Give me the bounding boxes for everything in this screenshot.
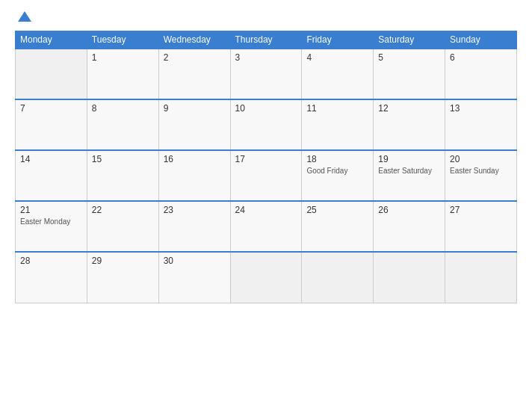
calendar-cell: 24 xyxy=(230,201,302,252)
calendar-cell: 2 xyxy=(158,49,230,99)
day-number: 29 xyxy=(92,256,154,266)
calendar-cell: 10 xyxy=(230,99,302,150)
day-number: 20 xyxy=(450,154,512,164)
day-number: 7 xyxy=(20,103,82,114)
calendar-cell: 12 xyxy=(374,99,445,150)
calendar-cell: 27 xyxy=(445,201,517,252)
calendar-cell: 28 xyxy=(16,252,87,303)
calendar-cell: 29 xyxy=(87,252,158,303)
calendar-cell xyxy=(445,252,517,303)
day-number: 8 xyxy=(92,103,154,114)
calendar-row-0: 123456 xyxy=(16,49,517,99)
day-number: 18 xyxy=(306,154,368,164)
weekday-header-saturday: Saturday xyxy=(374,31,445,49)
day-number: 14 xyxy=(20,154,82,164)
day-number: 19 xyxy=(378,154,440,164)
day-number: 26 xyxy=(378,205,440,215)
calendar-cell xyxy=(230,252,302,303)
calendar-cell: 17 xyxy=(230,150,302,201)
day-number: 4 xyxy=(306,52,368,63)
day-number: 1 xyxy=(92,52,154,63)
day-event: Good Friday xyxy=(306,166,368,176)
day-number: 23 xyxy=(164,205,226,215)
calendar-cell xyxy=(374,252,445,303)
calendar-table: MondayTuesdayWednesdayThursdayFridaySatu… xyxy=(15,31,517,303)
calendar-cell: 21Easter Monday xyxy=(16,201,87,252)
weekday-header-monday: Monday xyxy=(16,31,87,49)
weekday-header-wednesday: Wednesday xyxy=(158,31,230,49)
calendar-cell: 5 xyxy=(374,49,445,99)
calendar-cell xyxy=(16,49,87,99)
day-number: 13 xyxy=(450,103,512,114)
weekday-header-row: MondayTuesdayWednesdayThursdayFridaySatu… xyxy=(16,31,517,49)
calendar-cell: 6 xyxy=(445,49,517,99)
calendar-cell: 26 xyxy=(374,201,445,252)
calendar-cell: 15 xyxy=(87,150,158,201)
calendar-cell: 8 xyxy=(87,99,158,150)
day-number: 10 xyxy=(235,103,297,114)
calendar-cell: 3 xyxy=(230,49,302,99)
day-number: 21 xyxy=(20,205,82,215)
calendar-cell: 1 xyxy=(87,49,158,99)
day-event: Easter Monday xyxy=(20,217,82,226)
calendar-cell: 7 xyxy=(16,99,87,150)
weekday-header-friday: Friday xyxy=(302,31,374,49)
calendar-cell: 9 xyxy=(158,99,230,150)
calendar-cell: 4 xyxy=(302,49,374,99)
day-number: 22 xyxy=(92,205,154,215)
weekday-header-thursday: Thursday xyxy=(230,31,302,49)
calendar-row-4: 282930 xyxy=(16,252,517,303)
day-event: Easter Sunday xyxy=(450,166,512,176)
day-number: 30 xyxy=(164,256,226,266)
calendar-row-3: 21Easter Monday222324252627 xyxy=(16,201,517,252)
calendar-cell: 11 xyxy=(302,99,374,150)
calendar-cell: 19Easter Saturday xyxy=(374,150,445,201)
day-number: 12 xyxy=(378,103,440,114)
day-number: 27 xyxy=(450,205,512,215)
page: MondayTuesdayWednesdayThursdayFridaySatu… xyxy=(0,0,532,411)
day-number: 24 xyxy=(235,205,297,215)
weekday-header-tuesday: Tuesday xyxy=(87,31,158,49)
day-number: 6 xyxy=(450,52,512,63)
day-number: 3 xyxy=(235,52,297,63)
day-number: 17 xyxy=(235,154,297,164)
calendar-cell: 30 xyxy=(158,252,230,303)
calendar-cell: 13 xyxy=(445,99,517,150)
day-number: 11 xyxy=(306,103,368,114)
calendar-row-2: 1415161718Good Friday19Easter Saturday20… xyxy=(16,150,517,201)
day-number: 9 xyxy=(164,103,226,114)
day-number: 5 xyxy=(378,52,440,63)
calendar-cell: 20Easter Sunday xyxy=(445,150,517,201)
calendar-cell: 14 xyxy=(16,150,87,201)
day-number: 15 xyxy=(92,154,154,164)
day-number: 2 xyxy=(164,52,226,63)
weekday-header-sunday: Sunday xyxy=(445,31,517,49)
day-number: 25 xyxy=(306,205,368,215)
calendar-cell: 23 xyxy=(158,201,230,252)
calendar-row-1: 78910111213 xyxy=(16,99,517,150)
calendar-cell: 18Good Friday xyxy=(302,150,374,201)
calendar-cell: 22 xyxy=(87,201,158,252)
day-number: 28 xyxy=(20,256,82,266)
header xyxy=(15,11,517,22)
calendar-cell: 25 xyxy=(302,201,374,252)
day-event: Easter Saturday xyxy=(378,166,440,176)
logo-triangle-icon xyxy=(18,11,31,22)
day-number: 16 xyxy=(164,154,226,164)
logo xyxy=(15,11,34,22)
calendar-cell: 16 xyxy=(158,150,230,201)
calendar-cell xyxy=(302,252,374,303)
